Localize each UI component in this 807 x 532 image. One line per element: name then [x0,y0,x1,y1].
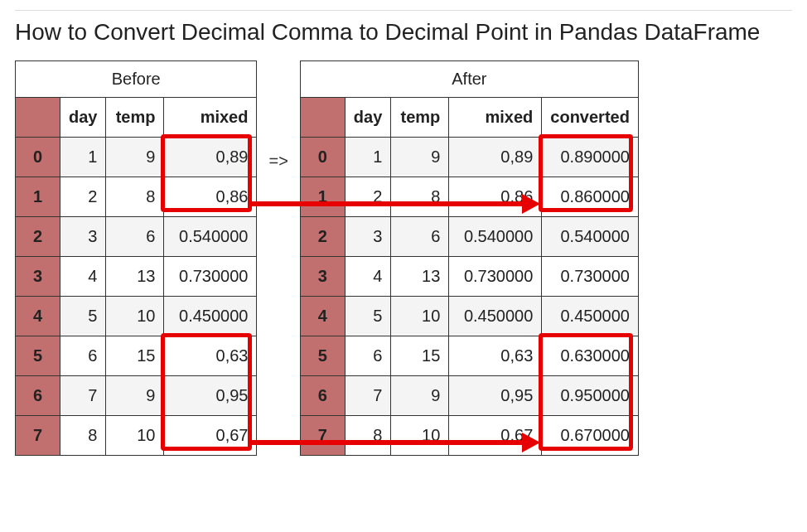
after-table: After day temp mixed converted 0190,890.… [300,60,639,456]
after-col-day: day [345,98,390,138]
table-row: 45100.4500000.450000 [300,297,638,336]
after-col-mixed: mixed [449,98,542,138]
table-row: 6790,950.950000 [300,376,638,416]
cell-day: 8 [60,416,106,456]
cell-mixed: 0,95 [164,376,257,416]
row-index: 1 [300,177,345,217]
row-index: 0 [16,138,60,177]
row-index: 6 [16,376,60,416]
cell-temp: 9 [106,376,164,416]
cell-mixed: 0.730000 [449,257,542,297]
cell-day: 1 [60,138,106,177]
cell-temp: 13 [391,257,449,297]
table-row: 34130.7300000.730000 [300,257,638,297]
cell-temp: 10 [391,297,449,336]
row-index: 0 [300,138,345,177]
row-index: 1 [16,177,60,217]
cell-mixed: 0.540000 [449,217,542,257]
table-row: 34130.730000 [16,257,257,297]
cell-converted: 0.950000 [542,376,639,416]
table-row: 6790,95 [16,376,257,416]
cell-day: 3 [345,217,390,257]
table-row: 78100,670.670000 [300,416,638,456]
cell-day: 1 [345,138,390,177]
cell-temp: 10 [106,297,164,336]
cell-mixed: 0.540000 [164,217,257,257]
row-index: 5 [16,336,60,376]
table-row: 45100.450000 [16,297,257,336]
cell-mixed: 0.730000 [164,257,257,297]
cell-converted: 0.670000 [542,416,639,456]
table-row: 56150,630.630000 [300,336,638,376]
cell-mixed: 0.450000 [449,297,542,336]
table-row: 0190,890.890000 [300,138,638,177]
cell-temp: 15 [106,336,164,376]
cell-mixed: 0,86 [449,177,542,217]
cell-day: 6 [60,336,106,376]
cell-temp: 10 [391,416,449,456]
cell-converted: 0.450000 [542,297,639,336]
cell-mixed: 0,95 [449,376,542,416]
cell-mixed: 0,86 [164,177,257,217]
cell-mixed: 0,67 [164,416,257,456]
cell-mixed: 0,63 [164,336,257,376]
table-row: 2360.5400000.540000 [300,217,638,257]
cell-day: 8 [345,416,390,456]
row-index: 7 [300,416,345,456]
cell-temp: 8 [106,177,164,217]
cell-day: 2 [60,177,106,217]
cell-converted: 0.540000 [542,217,639,257]
cell-day: 4 [345,257,390,297]
cell-converted: 0.630000 [542,336,639,376]
row-index: 3 [300,257,345,297]
cell-mixed: 0,89 [449,138,542,177]
cell-converted: 0.730000 [542,257,639,297]
cell-converted: 0.890000 [542,138,639,177]
top-divider [15,10,792,11]
cell-day: 5 [345,297,390,336]
row-index: 2 [16,217,60,257]
cell-day: 3 [60,217,106,257]
after-col-temp: temp [391,98,449,138]
before-col-mixed: mixed [164,98,257,138]
table-row: 56150,63 [16,336,257,376]
before-col-temp: temp [106,98,164,138]
arrow-between: => [257,152,299,171]
cell-temp: 8 [391,177,449,217]
before-index-header [16,98,60,138]
table-row: 1280,860.860000 [300,177,638,217]
cell-day: 7 [345,376,390,416]
row-index: 7 [16,416,60,456]
row-index: 4 [300,297,345,336]
cell-mixed: 0,89 [164,138,257,177]
cell-temp: 15 [391,336,449,376]
row-index: 2 [300,217,345,257]
after-caption: After [300,60,639,97]
tables-container: Before day temp mixed 0190,891280,862360… [15,60,792,456]
table-row: 78100,67 [16,416,257,456]
table-row: 2360.540000 [16,217,257,257]
cell-mixed: 0,67 [449,416,542,456]
cell-day: 2 [345,177,390,217]
cell-mixed: 0.450000 [164,297,257,336]
cell-temp: 9 [391,376,449,416]
after-index-header [300,98,345,138]
cell-day: 6 [345,336,390,376]
table-row: 0190,89 [16,138,257,177]
before-col-day: day [60,98,106,138]
cell-day: 5 [60,297,106,336]
cell-temp: 10 [106,416,164,456]
table-row: 1280,86 [16,177,257,217]
after-col-converted: converted [542,98,639,138]
page-title: How to Convert Decimal Comma to Decimal … [15,19,792,46]
cell-mixed: 0,63 [449,336,542,376]
row-index: 5 [300,336,345,376]
cell-temp: 9 [106,138,164,177]
cell-converted: 0.860000 [542,177,639,217]
cell-day: 4 [60,257,106,297]
row-index: 6 [300,376,345,416]
row-index: 3 [16,257,60,297]
cell-temp: 9 [391,138,449,177]
cell-temp: 6 [106,217,164,257]
cell-day: 7 [60,376,106,416]
